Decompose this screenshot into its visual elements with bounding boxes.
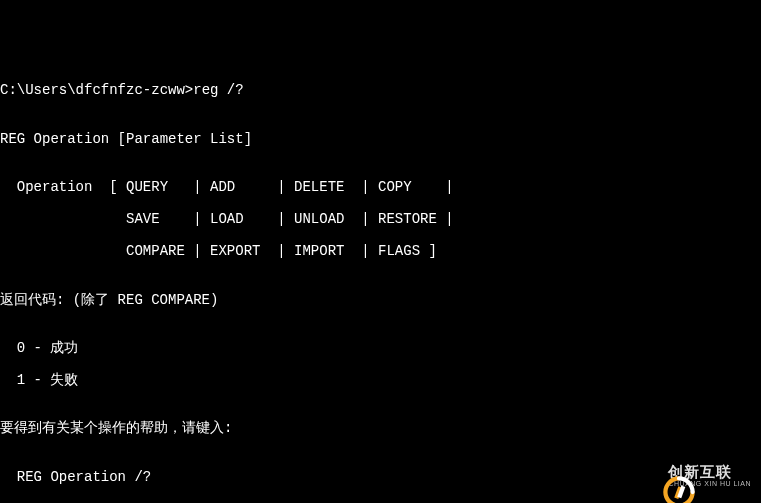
return-code: 1 - 失败: [0, 372, 761, 388]
prompt-command: reg /?: [193, 82, 243, 98]
return-code: 0 - 成功: [0, 340, 761, 356]
return-codes-header: 返回代码: (除了 REG COMPARE): [0, 292, 761, 308]
usage-header: REG Operation [Parameter List]: [0, 131, 761, 147]
logo-icon: [628, 459, 662, 493]
prompt-path: C:\Users\dfcfnfzc-zcww>: [0, 82, 193, 98]
terminal-output[interactable]: C:\Users\dfcfnfzc-zcww>reg /? REG Operat…: [0, 64, 761, 503]
prompt-line: C:\Users\dfcfnfzc-zcww>reg /?: [0, 82, 761, 98]
help-text: 要得到有关某个操作的帮助，请键入:: [0, 420, 761, 436]
op-table-row: SAVE | LOAD | UNLOAD | RESTORE |: [0, 211, 761, 227]
op-table-row: COMPARE | EXPORT | IMPORT | FLAGS ]: [0, 243, 761, 259]
op-table-row: Operation [ QUERY | ADD | DELETE | COPY …: [0, 179, 761, 195]
watermark: 创新互联 CHUANG XIN HU LIAN: [628, 459, 751, 493]
